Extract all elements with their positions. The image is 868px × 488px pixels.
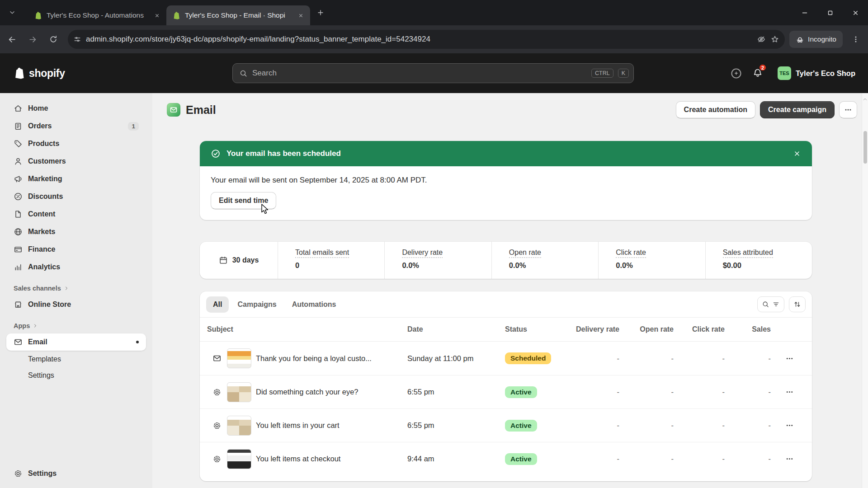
- address-bar[interactable]: admin.shopify.com/store/jy63jq-dc/apps/s…: [68, 30, 785, 49]
- tab-close-icon[interactable]: [152, 10, 162, 20]
- incognito-badge: Incognito: [789, 31, 843, 48]
- row-menu-button[interactable]: [774, 388, 805, 396]
- window-minimize-button[interactable]: [792, 0, 817, 25]
- search-filter-button[interactable]: [757, 296, 784, 312]
- sidebar-item-label: Marketing: [28, 175, 62, 183]
- open-rate-value: -: [623, 354, 677, 363]
- email-table-card: All Campaigns Automations Subject Date S…: [200, 291, 812, 481]
- tab-search-button[interactable]: [5, 5, 20, 20]
- url-text: admin.shopify.com/store/jy63jq-dc/apps/s…: [86, 35, 752, 44]
- forward-button[interactable]: [24, 30, 42, 48]
- row-menu-button[interactable]: [774, 354, 805, 363]
- sidebar-item-home[interactable]: Home: [6, 100, 146, 117]
- check-circle-icon: [211, 149, 221, 159]
- table-row[interactable]: Thank you for being a loyal custo... Sun…: [200, 342, 812, 375]
- calendar-icon: [219, 256, 228, 265]
- scrollbar-thumb[interactable]: [863, 131, 867, 164]
- shopify-logo[interactable]: shopify: [14, 67, 65, 80]
- tab-automations[interactable]: Automations: [285, 296, 343, 313]
- create-campaign-button[interactable]: Create campaign: [760, 101, 835, 118]
- window-maximize-button[interactable]: [817, 0, 843, 25]
- col-status: Status: [505, 325, 564, 333]
- new-tab-button[interactable]: [313, 5, 328, 20]
- email-thumbnail: [227, 348, 251, 368]
- sidebar-item-label: Email: [28, 338, 47, 346]
- sales-value: -: [728, 421, 774, 430]
- sidebar-item-analytics[interactable]: Analytics: [6, 258, 146, 276]
- open-rate-value: -: [623, 455, 677, 463]
- plus-icon: [316, 9, 325, 17]
- shopify-bag-icon: [14, 67, 25, 80]
- storefront-icon: [14, 300, 23, 309]
- sidebar-item-templates[interactable]: Templates: [6, 351, 146, 367]
- create-automation-button[interactable]: Create automation: [676, 101, 755, 118]
- page-more-button[interactable]: [839, 101, 857, 118]
- stat-sales-attributed: Sales attributed $0.00: [706, 242, 812, 279]
- store-menu[interactable]: TES Tyler's Eco Shop: [773, 64, 860, 83]
- chevron-right-icon: [33, 323, 38, 328]
- scroll-up-arrow[interactable]: [862, 97, 868, 102]
- window-close-button[interactable]: [843, 0, 868, 25]
- sidebar-item-online-store[interactable]: Online Store: [6, 296, 146, 313]
- sidebar-item-email-settings[interactable]: Settings: [6, 367, 146, 384]
- delivery-rate-value: -: [564, 388, 623, 396]
- tab-campaigns[interactable]: Campaigns: [231, 296, 283, 313]
- sidebar-item-customers[interactable]: Customers: [6, 153, 146, 170]
- banner-close-icon[interactable]: [793, 150, 801, 158]
- browser-tab-2[interactable]: Tyler's Eco Shop - Email · Shopi: [166, 5, 310, 25]
- status-badge: Active: [505, 386, 537, 398]
- sidebar-item-discounts[interactable]: Discounts: [6, 188, 146, 205]
- sidebar-item-label: Finance: [28, 245, 55, 253]
- table-row[interactable]: Did something catch your eye? 6:55 pm Ac…: [200, 375, 812, 408]
- bookmark-star-icon[interactable]: [770, 35, 779, 44]
- sidebar-item-label: Orders: [28, 122, 52, 130]
- sales-channels-header[interactable]: Sales channels: [6, 281, 146, 296]
- table-row[interactable]: You left items in your cart 6:55 pm Acti…: [200, 408, 812, 442]
- sidebar-item-markets[interactable]: Markets: [6, 223, 146, 240]
- notifications-button[interactable]: 2: [752, 67, 763, 80]
- row-menu-button[interactable]: [774, 421, 805, 430]
- email-subject[interactable]: You left items at checkout: [256, 455, 407, 463]
- sidebar-item-email[interactable]: Email: [6, 333, 146, 351]
- chevron-down-icon: [8, 9, 16, 17]
- active-app-dot: [136, 341, 139, 343]
- reload-button[interactable]: [44, 30, 62, 48]
- email-thumbnail: [227, 449, 251, 469]
- back-button[interactable]: [3, 30, 21, 48]
- eye-off-icon[interactable]: [757, 35, 766, 44]
- email-subject[interactable]: You left items in your cart: [256, 421, 407, 430]
- sidekick-icon[interactable]: [730, 67, 742, 80]
- browser-menu-button[interactable]: [847, 31, 864, 48]
- email-subject[interactable]: Did something catch your eye?: [256, 388, 407, 396]
- sort-button[interactable]: [789, 296, 806, 312]
- tab-title: Tyler's Eco Shop - Email · Shopi: [185, 11, 291, 19]
- delivery-rate-value: -: [564, 421, 623, 430]
- sidebar-item-settings[interactable]: Settings: [6, 465, 146, 482]
- page-scrollbar[interactable]: [862, 93, 868, 488]
- sidebar-item-marketing[interactable]: Marketing: [6, 170, 146, 188]
- browser-tab-1[interactable]: Tyler's Eco Shop - Automations: [28, 5, 166, 25]
- sidebar-item-products[interactable]: Products: [6, 135, 146, 152]
- table-row[interactable]: You left items at checkout 9:44 am Activ…: [200, 442, 812, 475]
- global-search[interactable]: Search CTRL K: [232, 63, 634, 83]
- card-icon: [14, 245, 23, 254]
- sidebar-item-label: Settings: [28, 371, 54, 380]
- table-actions: [757, 296, 806, 312]
- email-subject[interactable]: Thank you for being a loyal custo...: [256, 354, 407, 363]
- page-title: Email: [186, 103, 216, 117]
- sidebar-item-label: Content: [28, 210, 55, 218]
- banner-body: Your email will be sent on September 14,…: [200, 166, 812, 220]
- stat-label: Sales attributed: [723, 249, 773, 258]
- date-range-button[interactable]: 30 days: [200, 242, 278, 279]
- tab-close-icon[interactable]: [296, 10, 306, 20]
- sidebar-item-orders[interactable]: Orders 1: [6, 117, 146, 135]
- sidebar-item-content[interactable]: Content: [6, 206, 146, 223]
- tab-all[interactable]: All: [206, 296, 229, 313]
- row-menu-button[interactable]: [774, 455, 805, 463]
- edit-send-time-button[interactable]: Edit send time: [211, 192, 276, 209]
- gear-icon: [14, 469, 23, 478]
- apps-header[interactable]: Apps: [6, 319, 146, 333]
- sidebar-item-finance[interactable]: Finance: [6, 241, 146, 258]
- site-info-icon[interactable]: [73, 35, 81, 43]
- window-controls: [792, 0, 868, 25]
